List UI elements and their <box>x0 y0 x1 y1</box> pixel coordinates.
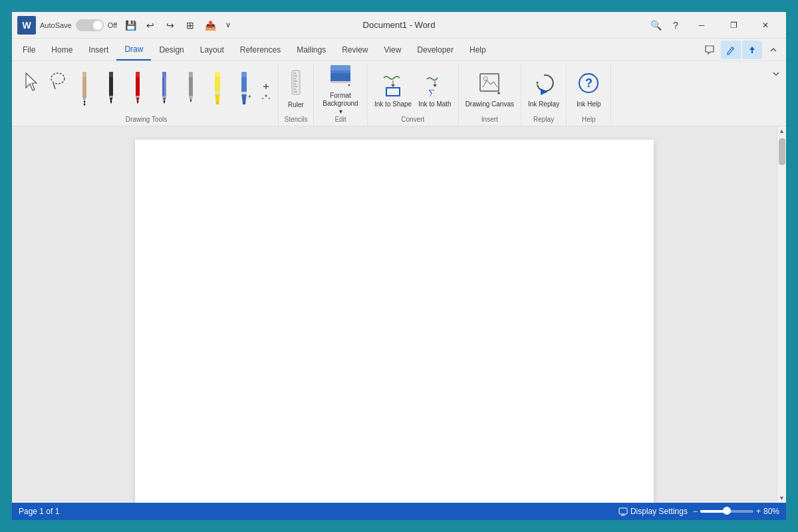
pen-black-icon <box>104 70 118 106</box>
cursor-tool[interactable] <box>19 66 44 112</box>
svg-rect-58 <box>331 73 350 81</box>
title-bar-left: W AutoSave Off 💾 ↩ ↪ ⊞ 📤 ∨ <box>17 16 646 35</box>
tab-help[interactable]: Help <box>462 39 494 61</box>
layout-button[interactable]: ⊞ <box>181 16 200 35</box>
zoom-track[interactable] <box>700 510 753 513</box>
scroll-down-arrow[interactable]: ▼ <box>777 493 787 503</box>
autosave-toggle[interactable] <box>76 19 104 31</box>
collapse-ribbon-arrow[interactable] <box>769 66 783 81</box>
ruler-icon <box>285 69 307 100</box>
pen-gray-tool[interactable] <box>178 66 203 112</box>
ruler-label: Ruler <box>288 101 304 109</box>
pen-beige-icon <box>78 70 91 106</box>
svg-marker-72 <box>541 88 548 95</box>
svg-marker-23 <box>164 101 166 104</box>
toggle-state-label: Off <box>108 21 117 29</box>
svg-marker-28 <box>190 100 192 102</box>
comments-button[interactable] <box>700 41 720 59</box>
help-circle-button[interactable]: ? <box>666 16 685 35</box>
pen-black-tool[interactable] <box>98 66 124 112</box>
svg-rect-36 <box>241 72 247 77</box>
svg-marker-17 <box>137 101 139 104</box>
drawing-canvas-tool[interactable]: Drawing Canvas <box>463 66 517 112</box>
ink-to-math-icon: ∑ <box>423 70 447 99</box>
window-controls: 🔍 ? ─ ❐ ✕ <box>646 15 781 36</box>
pen-gray-icon <box>184 70 198 106</box>
pen-blue-tool[interactable] <box>152 66 177 112</box>
vertical-scrollbar[interactable]: ▲ ▼ <box>777 126 786 503</box>
minimize-button[interactable]: ─ <box>686 15 717 36</box>
zoom-minus[interactable]: − <box>693 507 698 516</box>
undo-button[interactable]: ↩ <box>141 16 160 35</box>
highlighter-yellow-icon <box>211 70 224 106</box>
toggle-knob <box>93 21 102 30</box>
insert-items: Drawing Canvas <box>463 64 517 114</box>
drawing-tools-group: ✦ Drawing <box>15 64 279 126</box>
display-settings-button[interactable]: Display Settings <box>618 507 688 516</box>
zoom-plus[interactable]: + <box>756 507 761 516</box>
stencils-group: Ruler Stencils <box>279 64 314 126</box>
zoom-control: − + 80% <box>693 507 779 516</box>
pen-red-tool[interactable] <box>125 66 150 112</box>
share-ribbon-button[interactable] <box>742 41 762 59</box>
ink-to-shape-tool[interactable]: Ink to Shape <box>372 66 414 112</box>
tab-draw[interactable]: Draw <box>116 39 151 61</box>
tab-mailings[interactable]: Mailings <box>289 39 334 61</box>
lasso-tool[interactable] <box>45 66 70 112</box>
tab-references[interactable]: References <box>232 39 289 61</box>
scroll-up-arrow[interactable]: ▲ <box>777 126 787 136</box>
tab-review[interactable]: Review <box>334 39 376 61</box>
display-settings-label: Display Settings <box>630 507 688 516</box>
svg-rect-18 <box>136 96 140 98</box>
collapse-ribbon-button[interactable] <box>763 41 783 59</box>
close-button[interactable]: ✕ <box>750 15 781 36</box>
share-button[interactable]: 📤 <box>201 16 219 35</box>
autosave-label: AutoSave <box>40 21 72 29</box>
editing-button[interactable] <box>721 41 741 59</box>
ink-shape-svg <box>381 70 405 96</box>
replay-items: Ink Replay <box>525 64 562 114</box>
ruler-tool[interactable]: Ruler <box>283 66 309 112</box>
format-background-icon <box>328 63 353 90</box>
svg-rect-75 <box>619 508 627 514</box>
svg-rect-31 <box>215 72 220 77</box>
redo-button[interactable]: ↪ <box>161 16 180 35</box>
ink-to-math-tool[interactable]: ∑ Ink to Math <box>416 66 454 112</box>
ink-math-svg: ∑ <box>423 70 447 96</box>
restore-button[interactable]: ❐ <box>718 15 749 36</box>
tab-layout[interactable]: Layout <box>192 39 232 61</box>
save-button[interactable]: 💾 <box>121 16 140 35</box>
svg-point-1 <box>51 73 65 84</box>
ink-help-label: Ink Help <box>577 100 601 108</box>
highlighter-blue-tool[interactable]: ✦ <box>231 66 257 112</box>
ink-help-tool[interactable]: ? Ink Help <box>571 66 606 112</box>
tab-design[interactable]: Design <box>151 39 192 61</box>
svg-rect-39 <box>241 92 247 94</box>
highlighter-yellow-tool[interactable] <box>205 66 230 112</box>
search-button[interactable]: 🔍 <box>646 16 665 35</box>
more-button[interactable]: ∨ <box>221 18 235 33</box>
format-background-tool[interactable]: Format Background ▾ <box>318 66 363 112</box>
ruler-svg <box>285 69 307 97</box>
ink-replay-tool[interactable]: Ink Replay <box>525 66 562 112</box>
pen-beige-tool[interactable] <box>72 66 97 112</box>
tab-view[interactable]: View <box>376 39 410 61</box>
word-logo: W <box>17 16 36 35</box>
add-pen-icon <box>260 78 272 102</box>
zoom-thumb[interactable] <box>723 507 731 515</box>
tab-file[interactable]: File <box>15 39 43 61</box>
tab-insert[interactable]: Insert <box>80 39 116 61</box>
svg-text:✦: ✦ <box>247 94 251 100</box>
add-pen-button[interactable] <box>258 66 274 112</box>
svg-point-8 <box>84 104 86 106</box>
tab-developer[interactable]: Developer <box>409 39 462 61</box>
tab-home[interactable]: Home <box>43 39 80 61</box>
svg-rect-46 <box>292 70 300 94</box>
status-bar-right: Display Settings − + 80% <box>618 507 779 516</box>
convert-label: Convert <box>401 114 424 126</box>
insert-ribbon-group: Drawing Canvas Insert <box>459 64 521 126</box>
svg-rect-21 <box>162 72 166 77</box>
svg-rect-15 <box>136 72 140 77</box>
scroll-thumb[interactable] <box>779 138 785 165</box>
ink-to-math-label: Ink to Math <box>418 100 451 108</box>
